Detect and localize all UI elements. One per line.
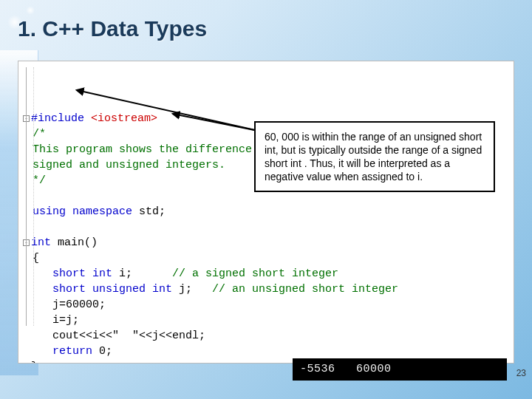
code-decl2-comment: // an unsigned short integer [212, 283, 398, 296]
code-using-rest: std; [132, 205, 166, 218]
code-decl1-kw: short int [52, 267, 112, 280]
page-title: 1. C++ Data Types [18, 16, 207, 41]
annotation-text: 60, 000 is within the range of an unsign… [265, 131, 482, 183]
annotation-box: 60, 000 is within the range of an unsign… [254, 121, 495, 192]
code-include-directive: #include [31, 112, 84, 125]
code-decl2-kw: short unsigned int [52, 283, 172, 296]
code-stmt1: j=60000; [52, 299, 106, 311]
code-main-rest: main() [51, 236, 98, 249]
code-include-lib: <iostream> [91, 112, 157, 125]
page-number: 23 [516, 368, 526, 378]
code-comment-1: /* [33, 128, 46, 140]
code-stmt3: cout<<i<<" "<<j<<endl; [52, 330, 205, 342]
code-return-kw: return [52, 345, 92, 358]
code-comment-4: */ [33, 174, 46, 187]
code-brace-close: } [31, 361, 38, 364]
code-using-kw: using namespace [33, 205, 132, 218]
code-decl2-rest: j; [172, 283, 212, 296]
code-decl1-rest: i; [112, 267, 172, 280]
code-comment-3: signed and unsigned integers. [33, 159, 225, 171]
code-area: -#include <iostream> /* This program sho… [18, 61, 514, 364]
code-return-rest: 0; [92, 345, 112, 358]
code-int-kw: int [31, 236, 51, 249]
code-stmt2: i=j; [52, 314, 79, 327]
console-output: -5536 60000 [293, 358, 507, 381]
code-decl1-comment: // a signed short integer [172, 267, 338, 280]
